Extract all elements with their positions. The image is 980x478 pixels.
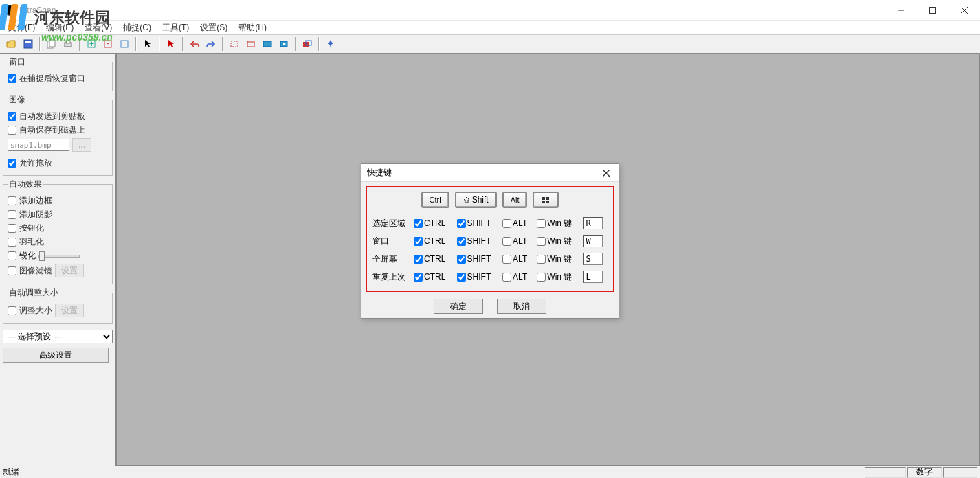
svg-rect-24	[542, 197, 545, 200]
hk-key-input[interactable]	[583, 253, 603, 265]
lbl-buttonize: 按钮化	[19, 223, 44, 234]
sharpen-slider[interactable]	[38, 255, 80, 258]
hotkeys-dialog: 快捷键 Ctrl Shift Alt 选定区域CTRLSHIFTALTWin 键…	[361, 163, 619, 319]
hk-shift-chk[interactable]	[457, 219, 466, 228]
hk-ctrl-chk[interactable]	[414, 255, 423, 264]
hk-alt-chk[interactable]	[502, 255, 511, 264]
hk-win-chk[interactable]	[537, 255, 546, 264]
hk-win-chk[interactable]	[537, 273, 546, 282]
window-title: UltraSnap	[19, 5, 56, 15]
hk-ctrl-chk[interactable]	[414, 273, 423, 282]
minimize-button[interactable]	[885, 0, 917, 21]
keycap-alt: Alt	[502, 192, 528, 208]
pointer-red-icon[interactable]	[164, 36, 179, 52]
keycap-win	[533, 192, 559, 208]
toolbar: + -	[0, 34, 980, 54]
capture-screen-icon[interactable]	[260, 36, 275, 52]
chk-auto-save[interactable]	[8, 126, 16, 135]
menu-edit[interactable]: 编辑(E)	[42, 21, 78, 35]
group-image-legend: 图像	[8, 94, 27, 106]
lbl-image-filter: 图像滤镜	[19, 265, 52, 277]
dialog-title: 快捷键	[367, 167, 392, 179]
zoom-out-icon[interactable]: -	[100, 36, 115, 52]
pin-icon[interactable]	[323, 36, 338, 52]
maximize-button[interactable]	[917, 0, 948, 21]
cancel-button[interactable]: 取消	[497, 299, 546, 314]
print-icon[interactable]	[60, 36, 76, 52]
hk-key-input[interactable]	[583, 235, 603, 247]
browse-button[interactable]: ...	[72, 138, 91, 152]
ok-button[interactable]: 确定	[434, 299, 483, 314]
lbl-auto-clipboard: 自动发送到剪贴板	[19, 111, 85, 122]
status-ready: 就绪	[3, 466, 863, 478]
copy-icon[interactable]	[44, 36, 59, 52]
menu-tools[interactable]: 工具(T)	[158, 21, 193, 35]
status-cell-1	[865, 467, 906, 478]
menu-view[interactable]: 查看(V)	[80, 21, 116, 35]
advanced-settings-button[interactable]: 高级设置	[3, 348, 109, 363]
save-icon[interactable]	[21, 36, 36, 52]
hotkey-row: 窗口CTRLSHIFTALTWin 键	[371, 233, 609, 249]
chk-image-filter[interactable]	[8, 266, 16, 275]
svg-rect-5	[25, 41, 31, 43]
chk-auto-clipboard[interactable]	[8, 112, 16, 121]
chk-resize[interactable]	[8, 306, 16, 315]
hk-shift-chk[interactable]	[457, 273, 466, 282]
svg-rect-15	[231, 41, 238, 47]
hk-alt-chk[interactable]	[502, 219, 511, 228]
menu-file[interactable]: 文件(F)	[4, 21, 39, 35]
hk-ctrl-chk[interactable]	[414, 237, 423, 246]
capture-multi-icon[interactable]	[300, 36, 315, 52]
hotkey-label: 重复上次	[371, 269, 411, 285]
hk-alt-chk[interactable]	[502, 237, 511, 246]
redo-icon[interactable]	[203, 36, 219, 52]
hk-key-input[interactable]	[583, 217, 603, 229]
capture-object-icon[interactable]	[276, 36, 291, 52]
chk-sharpen[interactable]	[8, 251, 16, 260]
hotkey-row: 重复上次CTRLSHIFTALTWin 键	[371, 269, 609, 285]
svg-text:-: -	[107, 39, 109, 48]
menu-settings[interactable]: 设置(S)	[196, 21, 232, 35]
dialog-close-button[interactable]	[599, 166, 613, 180]
open-icon[interactable]	[4, 36, 19, 52]
capture-region-icon[interactable]	[227, 36, 242, 52]
chk-add-border[interactable]	[8, 196, 16, 205]
undo-icon[interactable]	[187, 36, 202, 52]
svg-rect-1	[930, 7, 936, 13]
hk-key-input[interactable]	[583, 271, 603, 283]
capture-window-icon[interactable]	[243, 36, 258, 52]
chk-add-shadow[interactable]	[8, 210, 16, 219]
group-window: 窗口 在捕捉后恢复窗口	[3, 56, 113, 91]
menu-bar: 文件(F) 编辑(E) 查看(V) 捕捉(C) 工具(T) 设置(S) 帮助(H…	[0, 21, 980, 34]
hk-win-chk[interactable]	[537, 237, 546, 246]
chk-buttonize[interactable]	[8, 224, 16, 233]
hk-win-chk[interactable]	[537, 219, 546, 228]
hk-shift-chk[interactable]	[457, 255, 466, 264]
chk-restore-window[interactable]	[8, 74, 16, 83]
lbl-feather: 羽毛化	[19, 236, 44, 248]
hk-shift-chk[interactable]	[457, 237, 466, 246]
hk-ctrl-chk[interactable]	[414, 219, 423, 228]
menu-help[interactable]: 帮助(H)	[234, 21, 271, 35]
menu-capture[interactable]: 捕捉(C)	[119, 21, 155, 35]
status-numlock: 数字	[907, 467, 942, 478]
lbl-allow-drag: 允许拖放	[19, 157, 52, 169]
lbl-add-shadow: 添加阴影	[19, 209, 52, 220]
zoom-fit-icon[interactable]	[117, 36, 132, 52]
close-button[interactable]	[948, 0, 980, 21]
hotkey-row: 全屏幕CTRLSHIFTALTWin 键	[371, 251, 609, 267]
hotkey-row: 选定区域CTRLSHIFTALTWin 键	[371, 215, 609, 231]
svg-rect-25	[546, 197, 549, 200]
hk-alt-chk[interactable]	[502, 273, 511, 282]
hotkey-label: 全屏幕	[371, 251, 411, 267]
status-cell-3	[943, 467, 977, 478]
svg-rect-27	[546, 201, 549, 203]
chk-allow-drag[interactable]	[8, 159, 16, 168]
input-filename[interactable]	[8, 139, 69, 151]
chk-feather[interactable]	[8, 238, 16, 247]
pointer-icon[interactable]	[140, 36, 155, 52]
effects-settings-button[interactable]: 设置	[55, 264, 84, 277]
preset-select[interactable]: --- 选择预设 ---	[3, 330, 113, 343]
zoom-in-icon[interactable]: +	[84, 36, 99, 52]
resize-settings-button[interactable]: 设置	[55, 304, 84, 317]
